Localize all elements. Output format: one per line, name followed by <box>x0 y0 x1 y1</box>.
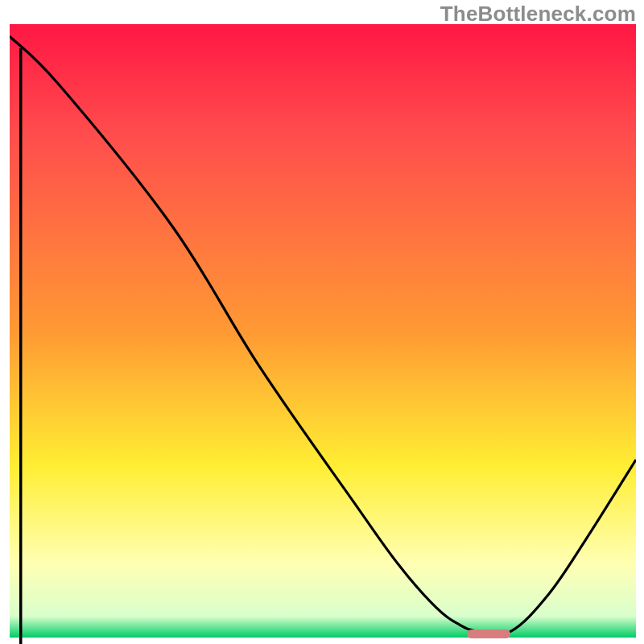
watermark-text: TheBottleneck.com <box>440 2 636 27</box>
plot-area <box>10 24 636 638</box>
chart-root: { "watermark": "TheBottleneck.com", "col… <box>0 0 644 644</box>
axes <box>19 48 644 644</box>
optimum-marker <box>467 630 510 638</box>
